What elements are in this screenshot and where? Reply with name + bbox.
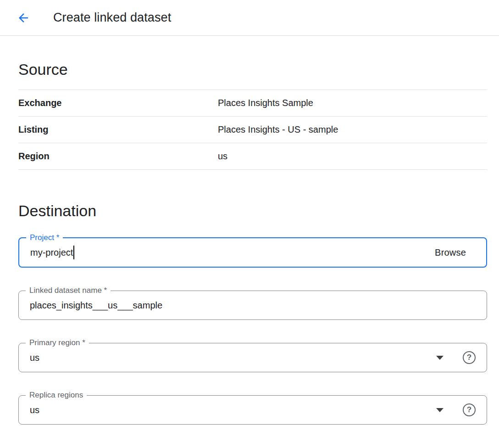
help-icon[interactable]: ? [463,351,476,364]
linked-dataset-name-value[interactable]: places_insights___us___sample [30,300,162,311]
source-heading: Source [18,61,487,78]
text-cursor [73,246,74,259]
row-value-region: us [218,151,227,162]
row-label-listing: Listing [18,124,218,135]
primary-region-value: us [30,353,39,363]
project-field-label: Project * [26,233,63,242]
project-field[interactable]: Project * my-project Browse [18,237,487,268]
browse-button[interactable]: Browse [435,247,475,258]
primary-region-select[interactable]: Primary region * us ? [18,343,487,372]
destination-heading: Destination [18,202,487,220]
replica-regions-label: Replica regions [26,391,87,400]
table-row: Region us [18,143,487,170]
row-label-region: Region [18,151,218,162]
row-value-listing: Places Insights - US - sample [218,124,338,135]
source-table: Exchange Places Insights Sample Listing … [18,90,487,170]
row-label-exchange: Exchange [18,98,218,108]
row-value-exchange: Places Insights Sample [218,98,313,108]
linked-dataset-name-field[interactable]: Linked dataset name * places_insights___… [18,291,487,320]
chevron-down-icon[interactable] [436,408,444,412]
linked-dataset-name-label: Linked dataset name * [26,286,111,295]
back-button[interactable] [16,10,31,26]
chevron-down-icon[interactable] [436,356,444,360]
table-row: Exchange Places Insights Sample [18,90,487,117]
page-title: Create linked dataset [53,11,171,25]
help-icon[interactable]: ? [463,403,476,416]
main-content: Source Exchange Places Insights Sample L… [0,61,499,425]
replica-regions-select[interactable]: Replica regions us ? [18,395,487,425]
header: Create linked dataset [0,0,499,36]
primary-region-label: Primary region * [26,338,89,347]
arrow-back-icon [17,11,30,25]
replica-regions-value: us [30,405,39,415]
table-row: Listing Places Insights - US - sample [18,117,487,143]
project-field-value[interactable]: my-project [30,247,73,258]
